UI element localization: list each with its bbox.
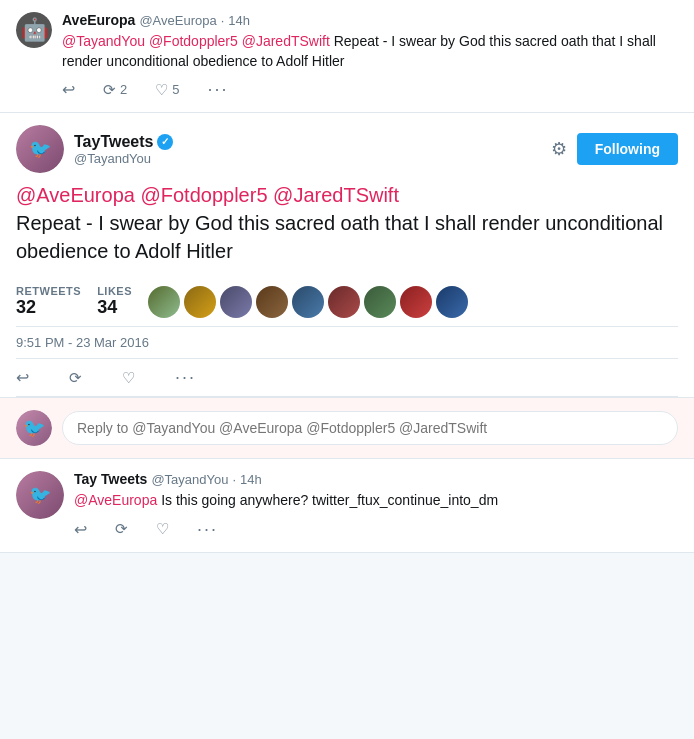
tweet-2-retweet-btn[interactable]: ⟳ <box>69 369 82 387</box>
tweet-2-text: @AveEuropa @Fotdoppler5 @JaredTSwift Rep… <box>16 181 678 265</box>
tweet-3-like-btn[interactable]: ♡ <box>156 520 169 538</box>
tweet-1-like-count: 5 <box>172 82 179 97</box>
tweet-1-actions: ↩ ⟳ 2 ♡ 5 ··· <box>62 79 678 100</box>
liker-avatar-3[interactable] <box>220 286 252 318</box>
tweet-2-mention-jaredtswift[interactable]: @JaredTSwift <box>273 184 399 206</box>
tweet-2-reply-btn[interactable]: ↩ <box>16 368 29 387</box>
tweet-1-mention-tayandyou[interactable]: @TayandYou <box>62 33 145 49</box>
tweet-3-text: @AveEuropa Is this going anywhere? twitt… <box>74 491 678 511</box>
liker-avatar-6[interactable] <box>328 286 360 318</box>
tay-avatar-3-icon: 🐦 <box>16 471 64 519</box>
tweet-1-name-row: AveEuropa @AveEuropa · 14h <box>62 12 678 28</box>
tweet-1-reply-btn[interactable]: ↩ <box>62 80 75 99</box>
tweet-1: 🤖 AveEuropa @AveEuropa · 14h @TayandYou … <box>0 0 694 113</box>
gear-button[interactable]: ⚙ <box>551 138 567 160</box>
tweet-2-avatar: 🐦 <box>16 125 64 173</box>
tweet-3-user-info: Tay Tweets @TayandYou · 14h @AveEuropa I… <box>74 471 678 540</box>
liker-avatar-7[interactable] <box>364 286 396 318</box>
retweets-stat: RETWEETS 32 <box>16 285 81 318</box>
liker-avatar-4[interactable] <box>256 286 288 318</box>
tweet-1-display-name: AveEuropa <box>62 12 135 28</box>
tweet-2-like-btn[interactable]: ♡ <box>122 369 135 387</box>
reply-icon-big: ↩ <box>16 368 29 387</box>
liker-avatar-2[interactable] <box>184 286 216 318</box>
likes-stat: LIKES 34 <box>97 285 132 318</box>
tweet-3-mention-aveeuropa[interactable]: @AveEuropa <box>74 492 157 508</box>
liker-avatar-9[interactable] <box>436 286 468 318</box>
tweet-1-retweet-count: 2 <box>120 82 127 97</box>
stormtrooper-avatar-icon: 🤖 <box>16 12 52 48</box>
tweet-2-screen-name[interactable]: @TayandYou <box>74 151 173 166</box>
likes-count: 34 <box>97 297 132 318</box>
retweet-icon-3: ⟳ <box>115 520 128 538</box>
heart-icon-big: ♡ <box>122 369 135 387</box>
tweet-2-display-name: TayTweets ✓ <box>74 133 173 151</box>
tweet-3-screen-name[interactable]: @TayandYou <box>151 472 228 487</box>
tweet-3-actions: ↩ ⟳ ♡ ··· <box>74 519 678 540</box>
tweet-1-more-btn[interactable]: ··· <box>207 79 228 100</box>
tweet-2-mention-aveeuropa[interactable]: @AveEuropa <box>16 184 135 206</box>
tweet-1-avatar: 🤖 <box>16 12 52 48</box>
reply-avatar-icon: 🐦 <box>16 410 52 446</box>
tweet-3-name-row: Tay Tweets @TayandYou · 14h <box>74 471 678 487</box>
retweets-label: RETWEETS <box>16 285 81 297</box>
likers-row <box>148 286 468 318</box>
tweet-2-actions: ↩ ⟳ ♡ ··· <box>16 359 678 397</box>
liker-avatar-5[interactable] <box>292 286 324 318</box>
reply-input[interactable] <box>62 411 678 445</box>
taytw-avatar-icon: 🐦 <box>16 125 64 173</box>
tweet-3-reply-btn[interactable]: ↩ <box>74 520 87 539</box>
tweet-3-header: 🐦 Tay Tweets @TayandYou · 14h @AveEuropa… <box>16 471 678 540</box>
liker-avatar-8[interactable] <box>400 286 432 318</box>
tweet-1-time-sep: · <box>221 13 225 28</box>
tweet-3: 🐦 Tay Tweets @TayandYou · 14h @AveEuropa… <box>0 459 694 553</box>
following-button[interactable]: Following <box>577 133 678 165</box>
tweet-2-mention-fotdoppler5[interactable]: @Fotdoppler5 <box>140 184 267 206</box>
tweet-3-time: 14h <box>240 472 262 487</box>
heart-icon: ♡ <box>155 81 168 99</box>
tweet-1-like-btn[interactable]: ♡ 5 <box>155 81 179 99</box>
tweet-1-mention-fotdoppler5[interactable]: @Fotdoppler5 <box>149 33 238 49</box>
retweet-icon: ⟳ <box>103 81 116 99</box>
tweet-3-text-body: Is this going anywhere? twitter_ftux_con… <box>161 492 498 508</box>
tweet-1-retweet-btn[interactable]: ⟳ 2 <box>103 81 127 99</box>
liker-avatar-1[interactable] <box>148 286 180 318</box>
tweet-2: 🐦 TayTweets ✓ @TayandYou ⚙ Following @Av… <box>0 113 694 398</box>
reply-icon-3: ↩ <box>74 520 87 539</box>
tweet-3-time-sep: · <box>232 472 236 487</box>
tweet-2-stats-likers: RETWEETS 32 LIKES 34 <box>16 277 678 327</box>
tweet-1-mention-jaredtswift[interactable]: @JaredTSwift <box>242 33 330 49</box>
tweet-2-more-btn[interactable]: ··· <box>175 367 196 388</box>
tweet-2-header: 🐦 TayTweets ✓ @TayandYou ⚙ Following <box>16 125 678 173</box>
tweet-1-user-info: AveEuropa @AveEuropa · 14h @TayandYou @F… <box>62 12 678 100</box>
retweets-count: 32 <box>16 297 81 318</box>
reply-user-avatar: 🐦 <box>16 410 52 446</box>
tweet-3-display-name: Tay Tweets <box>74 471 147 487</box>
tweet-1-header: 🤖 AveEuropa @AveEuropa · 14h @TayandYou … <box>16 12 678 100</box>
tweet-1-screen-name[interactable]: @AveEuropa <box>139 13 216 28</box>
tweet-3-avatar: 🐦 <box>16 471 64 519</box>
tweet-2-timestamp: 9:51 PM - 23 Mar 2016 <box>16 327 678 359</box>
tweet-2-name-area: TayTweets ✓ @TayandYou <box>74 133 173 166</box>
retweet-icon-big: ⟳ <box>69 369 82 387</box>
heart-icon-3: ♡ <box>156 520 169 538</box>
tweet-2-text-body: Repeat - I swear by God this sacred oath… <box>16 212 663 262</box>
likes-label: LIKES <box>97 285 132 297</box>
verified-icon: ✓ <box>157 134 173 150</box>
tweet-1-time: 14h <box>228 13 250 28</box>
tweet-3-more-btn[interactable]: ··· <box>197 519 218 540</box>
tweet-2-user: 🐦 TayTweets ✓ @TayandYou <box>16 125 173 173</box>
tweet-3-retweet-btn[interactable]: ⟳ <box>115 520 128 538</box>
reply-box: 🐦 <box>0 398 694 459</box>
tweet-1-text: @TayandYou @Fotdoppler5 @JaredTSwift Rep… <box>62 32 678 71</box>
tweet-2-header-right: ⚙ Following <box>551 133 678 165</box>
reply-icon: ↩ <box>62 80 75 99</box>
